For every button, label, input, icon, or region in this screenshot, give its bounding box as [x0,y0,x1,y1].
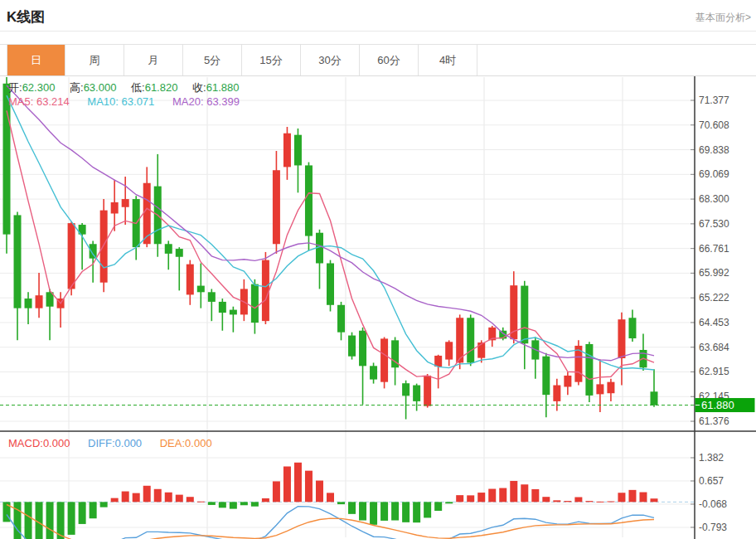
svg-text:68.300: 68.300 [699,193,729,205]
svg-text:65.992: 65.992 [699,267,729,279]
kline-page: K线图 基本面分析> 日 周 月 5分 15分 30分 60分 4时 71.37… [0,0,756,539]
svg-text:-0.068: -0.068 [699,498,727,510]
svg-text:62.915: 62.915 [699,366,729,377]
svg-text:66.761: 66.761 [699,243,729,255]
svg-text:63.684: 63.684 [699,342,729,353]
svg-text:69.069: 69.069 [699,168,729,180]
kline-chart[interactable]: 71.37770.60869.83869.06968.30067.53066.7… [0,0,756,539]
svg-text:1.382: 1.382 [699,452,724,464]
svg-text:61.880: 61.880 [701,399,734,411]
svg-text:0.657: 0.657 [699,475,724,487]
last-price-badge: 61.880 [695,398,755,412]
svg-text:65.222: 65.222 [699,292,729,303]
svg-text:64.453: 64.453 [699,317,729,328]
svg-text:61.376: 61.376 [699,415,729,427]
svg-text:67.530: 67.530 [699,218,729,230]
svg-text:-0.793: -0.793 [699,522,727,533]
svg-text:69.838: 69.838 [699,144,729,156]
svg-text:70.608: 70.608 [699,119,729,131]
svg-text:71.377: 71.377 [699,95,729,106]
